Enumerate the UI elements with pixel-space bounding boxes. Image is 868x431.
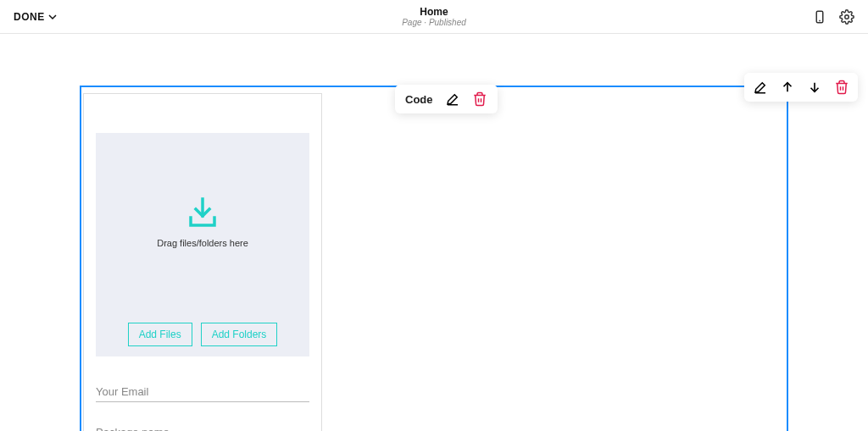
page-title: Home xyxy=(402,5,466,17)
add-files-button[interactable]: Add Files xyxy=(128,323,192,346)
trash-icon[interactable] xyxy=(834,80,849,95)
canvas-area: Code Drag files xyxy=(0,34,868,431)
done-button[interactable]: DONE xyxy=(14,11,57,23)
header-center: Home Page · Published xyxy=(402,5,466,27)
email-field[interactable] xyxy=(96,382,309,402)
move-up-icon[interactable] xyxy=(780,80,795,95)
edit-icon[interactable] xyxy=(445,91,460,107)
package-name-field[interactable] xyxy=(96,423,309,431)
upload-icon xyxy=(186,197,220,229)
gear-icon[interactable] xyxy=(839,9,854,25)
chevron-down-icon xyxy=(48,13,57,21)
trash-icon[interactable] xyxy=(472,91,487,107)
add-folders-button[interactable]: Add Folders xyxy=(201,323,278,346)
section-toolbar xyxy=(744,73,858,102)
edit-icon[interactable] xyxy=(753,80,768,95)
header-right xyxy=(812,9,854,25)
done-label: DONE xyxy=(14,11,45,23)
dropzone-buttons: Add Files Add Folders xyxy=(96,323,309,346)
svg-point-2 xyxy=(845,14,849,19)
page-subtitle: Page · Published xyxy=(402,18,466,28)
code-block-label: Code xyxy=(405,93,433,106)
drag-text: Drag files/folders here xyxy=(157,238,248,248)
code-block-toolbar: Code xyxy=(395,85,498,113)
move-down-icon[interactable] xyxy=(807,80,822,95)
file-dropzone[interactable]: Drag files/folders here Add Files Add Fo… xyxy=(96,133,309,356)
mobile-preview-icon[interactable] xyxy=(812,9,827,25)
editor-header: DONE Home Page · Published xyxy=(0,0,868,34)
upload-widget-panel: Drag files/folders here Add Files Add Fo… xyxy=(83,93,322,431)
